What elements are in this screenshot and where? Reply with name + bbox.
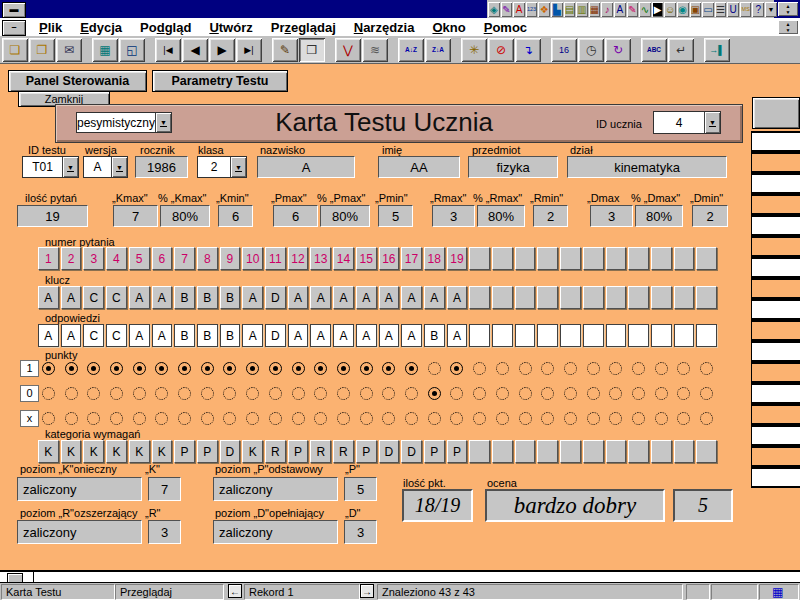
odpowiedz-cell-7[interactable]: B xyxy=(174,324,195,347)
status-prev-record-button[interactable]: ← xyxy=(228,584,242,598)
question-number-cell-25[interactable] xyxy=(583,247,604,270)
menu-przeglądaj[interactable]: Przeglądaj xyxy=(271,20,336,35)
odpowiedz-cell-2[interactable]: A xyxy=(61,324,82,347)
radio-x-q10[interactable] xyxy=(246,412,259,425)
klucz-cell-22[interactable] xyxy=(515,286,536,309)
question-number-cell-13[interactable]: 13 xyxy=(310,247,331,270)
menu-pomoc[interactable]: Pomoc xyxy=(484,20,527,35)
radio-1-q18[interactable] xyxy=(428,362,441,375)
radio-1-q19[interactable] xyxy=(450,362,463,375)
question-number-cell-7[interactable]: 7 xyxy=(174,247,195,270)
question-number-cell-18[interactable]: 18 xyxy=(424,247,445,270)
radio-0-q25[interactable] xyxy=(587,387,600,400)
klucz-cell-30[interactable] xyxy=(696,286,717,309)
poziom-status-p[interactable]: zaliczony xyxy=(213,477,338,501)
radio-0-q18[interactable] xyxy=(428,387,441,400)
right-panel-row-8[interactable] xyxy=(751,278,800,299)
question-number-cell-2[interactable]: 2 xyxy=(61,247,82,270)
klucz-cell-17[interactable]: A xyxy=(401,286,422,309)
kategoria-cell-3[interactable]: K xyxy=(83,440,104,463)
right-panel-row-14[interactable] xyxy=(751,404,800,425)
media-play-icon[interactable]: ▶ xyxy=(652,2,664,17)
radio-x-q23[interactable] xyxy=(541,412,554,425)
radio-x-q24[interactable] xyxy=(564,412,577,425)
right-panel-row-10[interactable] xyxy=(751,320,800,341)
radio-x-q22[interactable] xyxy=(519,412,532,425)
question-number-cell-1[interactable]: 1 xyxy=(38,247,59,270)
odpowiedz-cell-6[interactable]: A xyxy=(152,324,173,347)
radio-x-q12[interactable] xyxy=(292,412,305,425)
binder-icon[interactable]: ▙ xyxy=(551,2,563,17)
question-number-cell-24[interactable] xyxy=(560,247,581,270)
radio-0-q17[interactable] xyxy=(405,387,418,400)
question-number-cell-10[interactable]: 10 xyxy=(242,247,263,270)
exit-door-icon[interactable]: ▣ xyxy=(690,2,702,17)
first-record-icon[interactable]: |◀ xyxy=(155,38,181,62)
radio-1-q9[interactable] xyxy=(223,362,236,375)
spin-down-icon[interactable]: ▼ xyxy=(786,9,791,15)
radio-0-q12[interactable] xyxy=(292,387,305,400)
klucz-cell-23[interactable] xyxy=(537,286,558,309)
radio-0-q16[interactable] xyxy=(382,387,395,400)
kategoria-cell-15[interactable]: P xyxy=(356,440,377,463)
radio-x-q18[interactable] xyxy=(428,412,441,425)
right-panel-row-6[interactable] xyxy=(751,236,800,257)
odpowiedz-cell-11[interactable]: D xyxy=(265,324,286,347)
menubar-spinner[interactable]: ▲ ▼ xyxy=(778,20,798,34)
field-dzial[interactable]: kinematyka xyxy=(567,156,727,178)
odpowiedz-cell-4[interactable]: C xyxy=(106,324,127,347)
radio-x-q3[interactable] xyxy=(87,412,100,425)
spellcheck-abc-icon[interactable]: ABC xyxy=(641,38,667,62)
kategoria-cell-9[interactable]: D xyxy=(220,440,241,463)
kategoria-cell-4[interactable]: K xyxy=(106,440,127,463)
print-preview-icon[interactable]: ◱ xyxy=(119,38,145,62)
powerpoint-palette-icon[interactable]: ❖ xyxy=(538,2,550,17)
kategoria-cell-29[interactable] xyxy=(674,440,695,463)
kategoria-cell-5[interactable]: K xyxy=(129,440,150,463)
radio-1-q25[interactable] xyxy=(587,362,600,375)
cd-icon[interactable]: ◉ xyxy=(677,2,689,17)
kategoria-cell-11[interactable]: R xyxy=(265,440,286,463)
klucz-cell-2[interactable]: A xyxy=(61,286,82,309)
kategoria-cell-2[interactable]: K xyxy=(61,440,82,463)
radio-0-q8[interactable] xyxy=(201,387,214,400)
kategoria-cell-6[interactable]: K xyxy=(152,440,173,463)
radio-1-q29[interactable] xyxy=(677,362,690,375)
radio-1-q2[interactable] xyxy=(65,362,78,375)
odpowiedz-cell-23[interactable] xyxy=(537,324,558,347)
klucz-cell-7[interactable]: B xyxy=(174,286,195,309)
radio-1-q15[interactable] xyxy=(360,362,373,375)
question-number-cell-22[interactable] xyxy=(515,247,536,270)
poziom-value-p[interactable]: 5 xyxy=(344,477,377,501)
radio-0-q14[interactable] xyxy=(337,387,350,400)
question-number-cell-6[interactable]: 6 xyxy=(152,247,173,270)
fax-in-icon[interactable]: ▥ xyxy=(576,2,588,17)
radio-x-q29[interactable] xyxy=(677,412,690,425)
radio-1-q6[interactable] xyxy=(155,362,168,375)
ilosc-pkt-value[interactable]: 18/19 xyxy=(402,489,473,522)
poziom-value-k[interactable]: 7 xyxy=(148,477,181,501)
radio-0-q4[interactable] xyxy=(110,387,123,400)
radio-x-q2[interactable] xyxy=(65,412,78,425)
param-proc-dmax[interactable]: 80% xyxy=(635,205,683,227)
question-number-cell-5[interactable]: 5 xyxy=(129,247,150,270)
klucz-cell-3[interactable]: C xyxy=(83,286,104,309)
last-record-icon[interactable]: ▶| xyxy=(236,38,262,62)
odpowiedz-cell-15[interactable]: A xyxy=(356,324,377,347)
odpowiedz-cell-3[interactable]: C xyxy=(83,324,104,347)
radio-1-q11[interactable] xyxy=(269,362,282,375)
kategoria-cell-7[interactable]: P xyxy=(174,440,195,463)
klucz-cell-11[interactable]: D xyxy=(265,286,286,309)
radio-1-q20[interactable] xyxy=(473,362,486,375)
kategoria-cell-12[interactable]: P xyxy=(288,440,309,463)
odpowiedz-cell-1[interactable]: A xyxy=(38,324,59,347)
radio-1-q1[interactable] xyxy=(42,362,55,375)
menu-edycja[interactable]: Edycja xyxy=(80,20,122,35)
combo-arrow-icon[interactable]: ▼ xyxy=(111,157,127,177)
right-panel-row-9[interactable] xyxy=(751,299,800,320)
radio-1-q12[interactable] xyxy=(292,362,305,375)
radio-0-q29[interactable] xyxy=(677,387,690,400)
question-number-cell-11[interactable]: 11 xyxy=(265,247,286,270)
param-proc-rmax[interactable]: 80% xyxy=(477,205,525,227)
klucz-cell-29[interactable] xyxy=(674,286,695,309)
